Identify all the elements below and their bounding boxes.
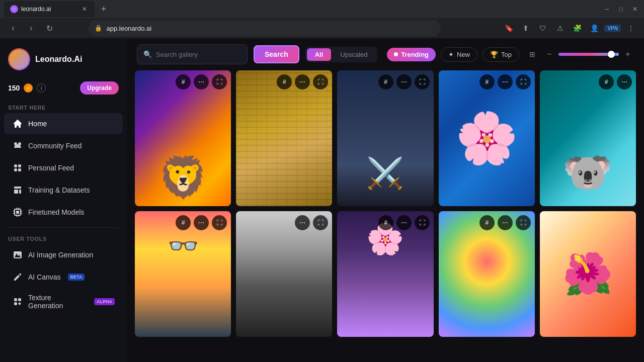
sidebar-item-home[interactable]: Home [4,113,123,134]
card-expand-button-3[interactable]: # [378,74,393,89]
forward-button[interactable]: › [24,21,38,35]
card-overlay-10 [540,211,636,337]
minimize-button[interactable]: ─ [602,4,612,14]
sidebar-item-texture-generation[interactable]: Texture Generation ALPHA [4,289,123,315]
sidebar-item-training-datasets[interactable]: Training & Datasets [4,179,123,201]
ai-image-icon [12,249,23,260]
top-button[interactable]: 🏆 Top [482,47,519,62]
share-button[interactable]: ⬆ [519,21,533,35]
token-count: 150 [8,84,20,92]
search-button[interactable]: Search [254,45,299,63]
card-fullscreen-button-3[interactable]: ⛶ [415,74,430,89]
search-input[interactable] [156,51,241,58]
gallery-card-2[interactable]: # ⋯ ⛶ [236,70,332,206]
training-icon [12,185,23,196]
finetuned-label: Finetuned Models [28,208,84,216]
card-fullscreen-button-2[interactable]: ⛶ [313,74,328,89]
shield-icon[interactable]: 🛡 [536,21,550,35]
card-more-button-6[interactable]: ⋯ [194,215,209,230]
upgrade-button[interactable]: Upgrade [80,81,119,95]
sidebar-item-personal-feed[interactable]: Personal Feed [4,157,123,178]
gallery-grid: # ⋯ ⛶ # ⋯ ⛶ # [135,70,636,337]
tab-close-button[interactable]: ✕ [80,5,89,13]
url-text: app.leonardo.ai [106,25,151,32]
gallery-card-7[interactable]: ⋯ ⛶ [236,211,332,337]
card-fullscreen-button-4[interactable]: ⛶ [516,74,531,89]
home-icon [12,118,23,129]
grid-view-button[interactable]: ⊞ [524,46,540,62]
sidebar-item-ai-canvas[interactable]: AI Canvas BETA [4,266,123,288]
sidebar-item-community-feed[interactable]: Community Feed [4,135,123,156]
bookmark-button[interactable]: 🔖 [502,21,516,35]
extensions-button[interactable]: 🧩 [570,21,584,35]
sidebar-divider [8,227,119,228]
url-bar[interactable]: 🔒 app.leonardo.ai [89,20,441,36]
ai-canvas-label: AI Canvas [28,273,61,281]
refresh-button[interactable]: ↻ [42,21,56,35]
card-fullscreen-button-6[interactable]: ⛶ [212,215,227,230]
ai-image-label: AI Image Generation [28,251,93,259]
gallery-card-3[interactable]: # ⋯ ⛶ [337,70,433,206]
gallery-card-6[interactable]: # ⋯ ⛶ [135,211,231,337]
texture-label: Texture Generation [28,294,87,310]
card-more-button-8[interactable]: ⋯ [396,215,412,230]
card-fullscreen-button-9[interactable]: ⛶ [516,215,531,230]
sidebar: Leonardo.Ai 150 ⚡ i Upgrade Start Here H… [0,38,127,362]
card-overlay-7: ⋯ ⛶ [236,211,332,337]
alert-icon[interactable]: ⚠ [553,21,567,35]
sidebar-item-finetuned-models[interactable]: Finetuned Models [4,202,123,223]
active-tab[interactable]: leonardo.ai ✕ [4,1,95,17]
user-tools-label: User Tools [0,232,127,244]
top-label: Top [501,51,512,58]
trending-button[interactable]: Trending [387,48,436,61]
info-button[interactable]: i [37,83,46,93]
card-more-button-7[interactable]: ⋯ [295,215,310,230]
card-more-button-3[interactable]: ⋯ [396,74,412,89]
training-label: Training & Datasets [28,186,90,194]
new-tab-button[interactable]: + [97,2,111,16]
zoom-in-button[interactable]: + [622,48,634,60]
card-more-button-9[interactable]: ⋯ [498,215,513,230]
card-more-button-5[interactable]: ⋯ [617,74,632,89]
card-expand-button-5[interactable]: # [599,74,614,89]
close-button[interactable]: ✕ [630,4,640,14]
card-expand-button-1[interactable]: # [176,74,191,89]
gallery-card-5[interactable]: # ⋯ [540,70,636,206]
card-more-button-4[interactable]: ⋯ [498,74,513,89]
size-slider-container[interactable] [558,53,619,56]
gallery-card-9[interactable]: # ⋯ ⛶ [439,211,535,337]
gallery-card-1[interactable]: # ⋯ ⛶ [135,70,231,206]
toolbar-right: Trending ✦ New 🏆 Top ⊞ − [387,46,634,62]
card-fullscreen-button-1[interactable]: ⛶ [212,74,227,89]
zoom-out-button[interactable]: − [543,48,555,60]
menu-button[interactable]: ⋮ [624,21,638,35]
card-expand-button-8[interactable]: # [378,215,393,230]
back-button[interactable]: ‹ [6,21,20,35]
card-expand-button-6[interactable]: # [176,215,191,230]
gallery-card-4[interactable]: # ⋯ ⛶ [439,70,535,206]
card-expand-button-4[interactable]: # [479,74,495,89]
card-expand-button-2[interactable]: # [277,74,292,89]
size-slider[interactable] [558,53,619,56]
card-expand-button-9[interactable]: # [479,215,495,230]
token-row: 150 ⚡ i Upgrade [0,78,127,101]
trending-label: Trending [401,51,429,58]
card-fullscreen-button-8[interactable]: ⛶ [415,215,430,230]
card-overlay-8: # ⋯ ⛶ [337,211,433,337]
maximize-button[interactable]: □ [616,4,626,14]
sidebar-item-ai-image-generation[interactable]: AI Image Generation [4,244,123,265]
new-button[interactable]: ✦ New [441,47,477,62]
avatar-ring [8,48,30,70]
trending-dot [394,52,398,56]
card-more-button-1[interactable]: ⋯ [194,74,209,89]
profile-button[interactable]: 👤 [587,21,601,35]
filter-tab-upscaled[interactable]: Upscaled [332,48,375,61]
brand-name: Leonardo.Ai [35,55,82,64]
community-feed-icon [12,140,23,151]
lock-icon: 🔒 [95,25,102,32]
gallery-card-8[interactable]: # ⋯ ⛶ [337,211,433,337]
filter-tab-all[interactable]: All [307,48,332,61]
card-more-button-2[interactable]: ⋯ [295,74,310,89]
gallery-card-10[interactable] [540,211,636,337]
card-fullscreen-button-7[interactable]: ⛶ [313,215,328,230]
